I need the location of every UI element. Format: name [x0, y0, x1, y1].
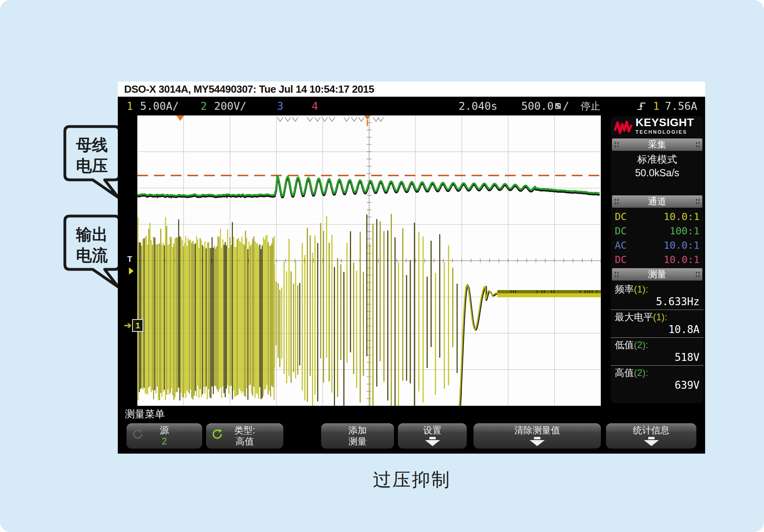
down-arrow-icon [530, 440, 545, 446]
softkey-type[interactable]: 类型: 高值 [206, 423, 283, 449]
oscilloscope-screenshot: DSO-X 3014A, MY54490307: Tue Jul 14 10:5… [118, 82, 705, 454]
time-position: 2.040s [432, 97, 497, 115]
trigger-level-marker-label: T [127, 255, 132, 264]
grip-icon [614, 141, 619, 148]
channel1-scale: 5.00A/ [140, 97, 179, 115]
grip-icon [695, 271, 700, 278]
callout-text-line: 电流 [76, 246, 108, 264]
down-arrow-icon [648, 437, 655, 439]
trigger-edge-icon [636, 101, 647, 112]
measurement-row: 频率(1): 5.633Hz [611, 282, 704, 310]
ground-arrow-icon: ➔ [124, 320, 131, 331]
menu-title: 测量菜单 [125, 407, 165, 421]
scope-title-bar: DSO-X 3014A, MY54490307: Tue Jul 14 10:5… [118, 82, 705, 97]
cycle-icon [211, 428, 223, 440]
figure-caption: 过压抑制 [373, 468, 451, 492]
channel4-number: 4 [312, 97, 318, 115]
measurement-row: 最大电平(1): 10.8A [611, 310, 704, 337]
channel1-ground-marker: ➔ 1 [124, 319, 143, 332]
softkey-settings[interactable]: 设置 [398, 423, 467, 449]
grip-icon [614, 271, 619, 278]
down-arrow-icon [425, 440, 440, 446]
section-header-acquisition: 采集 [612, 138, 702, 151]
run-state: 停止 [581, 97, 600, 115]
cycle-icon [131, 428, 143, 440]
channel3-number: 3 [277, 97, 283, 115]
softkey-add-measurement[interactable]: 添加 测量 [321, 423, 394, 449]
measurement-row: 高值(2): 639V [611, 365, 704, 393]
grip-icon [614, 198, 619, 205]
waveform-main-area: T ➔ 1 KEYSIGHT TECHNOLOGIES [118, 115, 705, 406]
timebase-value: 500.0 [521, 97, 554, 115]
keysight-spark-icon [614, 119, 632, 135]
softkey-menu-bar: 测量菜单 源 2 类型: 高值 添加 测量 [118, 406, 705, 454]
channel-row: AC10.0:1 [611, 238, 704, 252]
waveform-plot [137, 115, 601, 406]
softkey-statistics[interactable]: 统计信息 [606, 423, 696, 449]
channel-row: DC10.0:1 [611, 209, 704, 224]
sample-rate: 50.0kSa/s [611, 166, 704, 179]
scope-status-bar: 1 5.00A/ 2 200V/ 3 4 2.040s 500.0 ms / 停… [118, 97, 705, 115]
trigger-channel: 1 [653, 97, 659, 115]
callout-text-line: 电压 [76, 157, 108, 174]
grip-icon [695, 141, 700, 148]
acquisition-mode: 标准模式 [611, 152, 704, 166]
callout-text-line: 母线 [76, 136, 108, 154]
page-background: 母线 电压 输出 电流 DSO-X 3014A, MY54490307: Tue… [0, 0, 764, 532]
channel1-ground-label: 1 [132, 319, 143, 332]
softkey-clear-measurements[interactable]: 清除测量值 [474, 423, 601, 449]
grip-icon [695, 198, 700, 205]
measurement-row: 低值(2): 518V [611, 337, 704, 365]
channel1-number: 1 [127, 97, 133, 115]
channel-row: DC100:1 [611, 224, 704, 238]
channel-row: DC10.0:1 [611, 252, 704, 267]
callout-text-line: 输出 [76, 226, 108, 243]
softkey-source[interactable]: 源 2 [127, 423, 202, 449]
trigger-level-arrow-icon [129, 267, 134, 275]
section-header-measurements: 测量 [612, 268, 702, 281]
trigger-level: 7.56A [665, 97, 697, 115]
down-arrow-icon [644, 440, 659, 446]
right-info-panel: KEYSIGHT TECHNOLOGIES 采集 标准模式 50.0kSa/s … [611, 116, 704, 403]
down-arrow-icon [534, 437, 540, 439]
brand-text: KEYSIGHT TECHNOLOGIES [635, 118, 694, 137]
timebase-slash: / [563, 97, 569, 115]
channel2-number: 2 [201, 97, 207, 115]
down-arrow-icon [429, 437, 436, 439]
keysight-logo: KEYSIGHT TECHNOLOGIES [611, 116, 704, 137]
channel2-scale: 200V/ [214, 97, 246, 115]
section-header-channels: 通道 [612, 195, 702, 208]
